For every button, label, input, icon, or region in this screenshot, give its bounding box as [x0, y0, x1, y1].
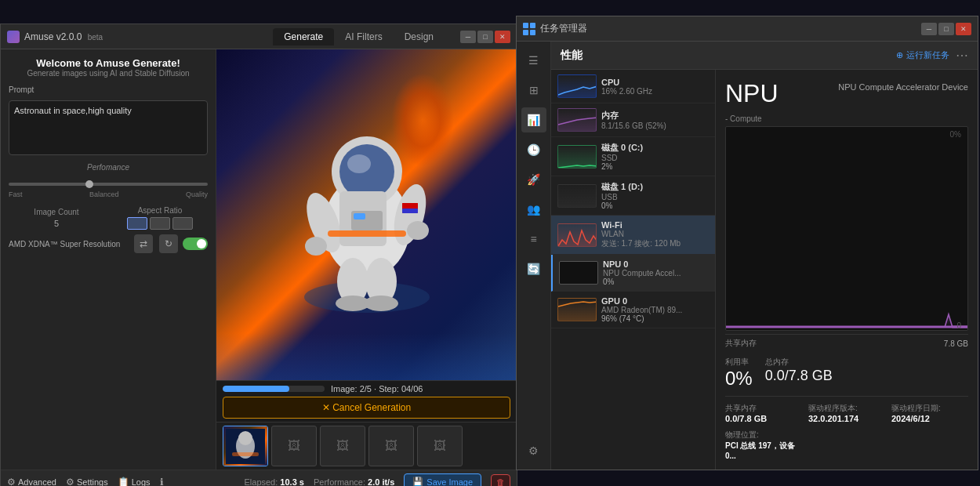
device-item-disk0[interactable]: 磁盘 0 (C:) SSD 2%	[551, 137, 715, 176]
thumbnail-5[interactable]: 🖼	[417, 426, 463, 466]
device-item-gpu0[interactable]: GPU 0 AMD Radeon(TM) 89... 96% (74 °C)	[551, 292, 715, 328]
refresh-icon[interactable]: ↻	[159, 234, 178, 253]
amuse-tabs: Generate AI Filters Design	[273, 28, 445, 45]
xdna-toggle[interactable]	[183, 238, 208, 250]
sidebar-item-details[interactable]: ≡	[521, 227, 546, 252]
settings-icon: ⚙	[66, 477, 74, 487]
device-item-cpu[interactable]: CPU 16% 2.60 GHz	[551, 70, 715, 103]
performance-slider[interactable]	[9, 183, 208, 186]
tm-sidebar: ☰ ⊞ 📊 🕒 🚀 👥 ≡ 🔄 ⚙	[517, 42, 551, 470]
cpu-mini-chart	[557, 74, 597, 98]
aspect-ratio-buttons	[112, 217, 208, 230]
driver-date-stat: 驱动程序日期: 2024/6/12	[891, 403, 968, 423]
cancel-generation-button[interactable]: ✕ Cancel Generation	[223, 397, 510, 419]
npu-title: NPU	[725, 79, 779, 108]
amuse-maximize-button[interactable]: □	[477, 31, 493, 43]
run-new-task-button[interactable]: ⊕ 运行新任务	[896, 49, 949, 61]
amuse-welcome-sub: Generate images using AI and Stable Diff…	[9, 69, 208, 78]
logs-item[interactable]: 📋 Logs	[118, 477, 151, 487]
main-generated-image	[216, 49, 517, 380]
tm-close-button[interactable]: ✕	[956, 23, 971, 35]
tab-generate[interactable]: Generate	[273, 28, 334, 45]
tab-ai-filters[interactable]: AI Filters	[334, 28, 393, 45]
svg-rect-24	[523, 23, 528, 28]
logs-icon: 📋	[118, 477, 129, 487]
sidebar-item-history[interactable]: 🕒	[521, 137, 546, 162]
shuffle-icon[interactable]: ⇄	[134, 234, 153, 253]
shared-mem-stat-value: 0.0/7.8 GB	[725, 414, 802, 423]
sidebar-item-services[interactable]: 🔄	[521, 256, 546, 281]
npu0-device-pct: 0%	[603, 277, 709, 286]
driver-date-label: 驱动程序日期:	[891, 403, 968, 414]
npu0-device-name: NPU 0	[603, 259, 709, 269]
advanced-item[interactable]: ⚙ Advanced	[7, 477, 56, 487]
disk1-mini-chart	[557, 184, 597, 208]
sidebar-item-settings[interactable]: ⚙	[521, 438, 546, 463]
thumbnail-4[interactable]: 🖼	[368, 426, 414, 466]
tm-content: CPU 16% 2.60 GHz 内存 8.1/	[551, 70, 978, 470]
thumbnail-5-placeholder: 🖼	[434, 439, 446, 453]
tab-design[interactable]: Design	[394, 28, 445, 45]
prompt-input[interactable]: Astronaut in space,high quality	[9, 100, 208, 155]
performance-label: Perfomance	[9, 163, 208, 172]
sidebar-item-processes[interactable]: ⊞	[521, 78, 546, 103]
save-image-button[interactable]: 💾 Save Image	[404, 473, 481, 486]
taskmanager-logo-icon	[523, 23, 535, 35]
sidebar-item-startup[interactable]: 🚀	[521, 167, 546, 192]
driver-version-stat: 驱动程序版本: 32.0.201.174	[808, 403, 885, 423]
utilization-stat: 利用率 0%	[725, 357, 753, 390]
device-item-wifi[interactable]: Wi-Fi WLAN 发送: 1.7 接收: 120 Mb	[551, 216, 715, 255]
earth-glow	[216, 333, 517, 380]
sidebar-item-menu[interactable]: ☰	[521, 48, 546, 73]
elapsed-value: 10.3 s	[280, 477, 304, 487]
wifi-device-traffic: 发送: 1.7 接收: 120 Mb	[601, 238, 709, 249]
sidebar-item-users[interactable]: 👥	[521, 197, 546, 222]
svg-point-4	[347, 154, 371, 173]
ratio-btn-landscape[interactable]	[150, 217, 170, 230]
amuse-minimize-button[interactable]: ─	[460, 31, 476, 43]
thumbnail-2[interactable]: 🖼	[271, 426, 317, 466]
more-options-button[interactable]: ⋯	[956, 48, 968, 63]
amuse-close-button[interactable]: ✕	[495, 31, 510, 43]
cpu-device-sub: 16% 2.60 GHz	[601, 87, 709, 96]
count-ratio-row: Image Count 5 Aspect Ratio	[9, 206, 208, 230]
cpu-device-name: CPU	[601, 78, 709, 87]
cpu-device-info: CPU 16% 2.60 GHz	[601, 78, 709, 96]
amuse-window: Amuse v2.0.0 beta Generate AI Filters De…	[0, 24, 517, 486]
thumbnail-3[interactable]: 🖼	[320, 426, 365, 466]
device-item-npu0[interactable]: NPU 0 NPU Compute Accel... 0%	[551, 255, 715, 292]
settings-item[interactable]: ⚙ Settings	[66, 477, 108, 487]
ratio-btn-square[interactable]	[127, 217, 147, 230]
taskmanager-window: 任务管理器 ─ □ ✕ ☰ ⊞ 📊 🕒 🚀 👥 ≡ 🔄 ⚙ 性能 ⊕	[516, 16, 978, 470]
save-btn-label: Save Image	[426, 477, 473, 487]
device-item-ram[interactable]: 内存 8.1/15.6 GB (52%)	[551, 103, 715, 137]
progress-row: Image: 2/5 · Step: 04/06	[216, 380, 517, 397]
shared-mem-label: 共享内存	[725, 338, 757, 349]
perf-quality-label: Quality	[186, 190, 208, 198]
action-icons: ⇄ ↻	[134, 234, 178, 253]
driver-date-value: 2024/6/12	[891, 414, 968, 423]
npu-title-block: NPU	[725, 79, 779, 108]
thumbnail-1[interactable]	[223, 426, 268, 466]
run-task-label: 运行新任务	[906, 49, 949, 61]
svg-rect-19	[402, 209, 418, 213]
tm-maximize-button[interactable]: □	[938, 23, 954, 35]
prompt-label: Prompt	[9, 85, 208, 94]
svg-rect-25	[530, 23, 535, 28]
disk1-device-pct: 0%	[601, 201, 709, 210]
npu-header: NPU NPU Compute Accelerator Device	[725, 79, 968, 108]
tm-minimize-button[interactable]: ─	[921, 23, 937, 35]
sidebar-item-performance[interactable]: 📊	[521, 107, 546, 132]
wifi-device-info: Wi-Fi WLAN 发送: 1.7 接收: 120 Mb	[601, 220, 709, 249]
info-item[interactable]: ℹ	[160, 477, 164, 487]
amuse-logo-icon	[7, 31, 20, 43]
performance-section: Perfomance Fast Balanced Quality	[9, 163, 208, 201]
delete-button[interactable]: 🗑	[491, 474, 510, 487]
physical-location-label: 物理位置:	[725, 430, 802, 441]
device-item-disk1[interactable]: 磁盘 1 (D:) USB 0%	[551, 176, 715, 216]
npu0-mini-chart	[559, 261, 598, 285]
perf-rate-label: Performance: 2.0 it/s	[314, 477, 394, 487]
performance-slider-container: Fast Balanced Quality	[9, 175, 208, 198]
ratio-btn-portrait[interactable]	[172, 217, 193, 230]
chart-max-label: 0%	[950, 130, 961, 139]
